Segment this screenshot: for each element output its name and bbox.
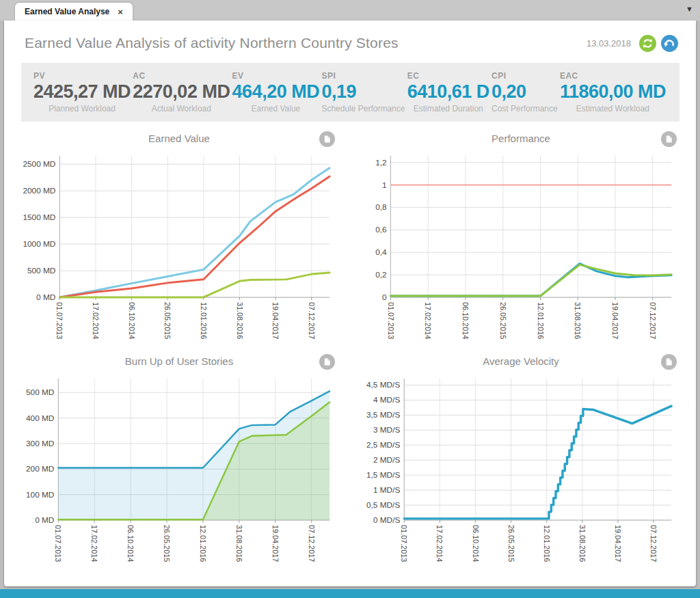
- svg-text:0,4: 0,4: [375, 247, 387, 257]
- dropdown-caret-icon[interactable]: ▼: [686, 5, 693, 13]
- svg-text:400 MD: 400 MD: [26, 413, 54, 423]
- svg-text:1500 MD: 1500 MD: [23, 213, 55, 222]
- svg-text:0,5 MD/S: 0,5 MD/S: [366, 500, 400, 510]
- chart-title: Earned Value: [23, 133, 335, 149]
- svg-text:26.05.2015: 26.05.2015: [507, 525, 515, 562]
- svg-text:01.07.2013: 01.07.2013: [54, 525, 62, 562]
- svg-text:300 MD: 300 MD: [26, 439, 54, 448]
- svg-text:4,5 MD/S: 4,5 MD/S: [366, 380, 400, 390]
- chart-title: Performance: [365, 133, 677, 149]
- svg-text:17.02.2014: 17.02.2014: [435, 525, 444, 562]
- svg-text:0 MD: 0 MD: [36, 293, 55, 302]
- kpi-label: Estimated Workload: [560, 104, 666, 113]
- kpi-value: 464,20 MD: [232, 81, 320, 103]
- kpi-bar: PV 2425,27 MD Planned Workload AC 2270,0…: [21, 63, 679, 122]
- kpi-eac: EAC 11860,00 MD Estimated Workload: [560, 71, 666, 113]
- svg-text:01.07.2013: 01.07.2013: [55, 302, 64, 339]
- report-date: 13.03.2018: [587, 38, 631, 49]
- tab-bar: Earned Value Analyse × ▼: [0, 0, 700, 21]
- svg-text:2 MD/S: 2 MD/S: [373, 455, 401, 465]
- svg-text:0,6: 0,6: [375, 225, 387, 234]
- report-export-icon[interactable]: [661, 354, 677, 370]
- kpi-label: Earned Value: [232, 104, 320, 113]
- kpi-cpi: CPI 0,20 Cost Performance: [492, 71, 558, 113]
- svg-text:26.05.2015: 26.05.2015: [499, 302, 507, 339]
- svg-text:1: 1: [382, 180, 387, 190]
- svg-text:0,8: 0,8: [375, 202, 387, 212]
- svg-text:31.08.2016: 31.08.2016: [235, 525, 243, 562]
- report-export-icon[interactable]: [319, 131, 335, 147]
- svg-text:500 MD: 500 MD: [26, 388, 54, 397]
- svg-text:19.04.2017: 19.04.2017: [611, 302, 619, 339]
- chart-title: Average Velocity: [365, 355, 677, 372]
- svg-text:0: 0: [382, 293, 387, 302]
- undo-icon[interactable]: [661, 35, 678, 52]
- svg-text:26.05.2015: 26.05.2015: [163, 302, 172, 339]
- kpi-value: 6410,61 D: [407, 81, 489, 103]
- kpi-value: 2425,27 MD: [33, 81, 131, 103]
- svg-text:0 MD/S: 0 MD/S: [373, 515, 401, 525]
- kpi-code: EAC: [560, 71, 666, 81]
- svg-text:500 MD: 500 MD: [27, 266, 55, 275]
- kpi-value: 2270,02 MD: [133, 81, 230, 103]
- kpi-code: PV: [33, 71, 131, 81]
- svg-text:07.12.2017: 07.12.2017: [649, 302, 657, 339]
- svg-text:1000 MD: 1000 MD: [23, 239, 55, 249]
- earned-value-plot: 0 MD500 MD1000 MD1500 MD2000 MD2500 MD01…: [23, 149, 335, 349]
- svg-text:2500 MD: 2500 MD: [23, 159, 55, 169]
- svg-text:01.07.2013: 01.07.2013: [400, 525, 408, 562]
- svg-text:19.04.2017: 19.04.2017: [271, 525, 280, 562]
- page-header: Earned Value Analysis of activity Northe…: [4, 21, 696, 60]
- kpi-value: 11860,00 MD: [560, 81, 666, 103]
- kpi-ac: AC 2270,02 MD Actual Workload: [133, 71, 230, 113]
- svg-text:17.02.2014: 17.02.2014: [92, 302, 100, 339]
- svg-text:06.10.2014: 06.10.2014: [128, 302, 136, 339]
- svg-text:2000 MD: 2000 MD: [23, 186, 55, 195]
- svg-text:1,5 MD/S: 1,5 MD/S: [366, 470, 400, 480]
- kpi-code: EV: [232, 71, 320, 81]
- svg-text:100 MD: 100 MD: [26, 490, 54, 500]
- burn-up-plot: 0 MD100 MD200 MD300 MD400 MD500 MD01.07.…: [23, 372, 335, 571]
- svg-text:200 MD: 200 MD: [26, 464, 54, 474]
- refresh-icon[interactable]: [639, 35, 656, 52]
- svg-text:19.04.2017: 19.04.2017: [271, 302, 280, 339]
- svg-text:12.01.2016: 12.01.2016: [200, 302, 208, 339]
- tab-earned-value-analyse[interactable]: Earned Value Analyse ×: [15, 3, 133, 21]
- svg-text:06.10.2014: 06.10.2014: [126, 525, 135, 562]
- chart-burn-up: Burn Up of User Stories 0 MD100 MD200 MD…: [23, 355, 335, 571]
- report-export-icon[interactable]: [661, 131, 677, 147]
- kpi-code: EC: [407, 71, 489, 81]
- svg-text:31.08.2016: 31.08.2016: [574, 302, 582, 339]
- svg-text:19.04.2017: 19.04.2017: [614, 525, 622, 562]
- page-title: Earned Value Analysis of activity Northe…: [25, 35, 399, 51]
- svg-text:0,2: 0,2: [375, 270, 386, 280]
- svg-text:06.10.2014: 06.10.2014: [472, 525, 480, 562]
- kpi-pv: PV 2425,27 MD Planned Workload: [33, 71, 131, 113]
- chart-title: Burn Up of User Stories: [23, 355, 335, 372]
- average-velocity-plot: 0 MD/S0,5 MD/S1 MD/S1,5 MD/S2 MD/S2,5 MD…: [365, 372, 677, 571]
- report-export-icon[interactable]: [319, 354, 335, 370]
- charts-grid: Earned Value 0 MD500 MD1000 MD1500 MD200…: [4, 122, 696, 571]
- svg-text:17.02.2014: 17.02.2014: [90, 525, 98, 562]
- svg-text:12.01.2016: 12.01.2016: [543, 525, 551, 562]
- svg-text:31.08.2016: 31.08.2016: [236, 302, 244, 339]
- kpi-spi: SPI 0,19 Schedule Performance: [321, 71, 405, 113]
- svg-text:01.07.2013: 01.07.2013: [387, 302, 395, 339]
- svg-text:06.10.2014: 06.10.2014: [461, 302, 470, 339]
- dashboard-page: Earned Value Analysis of activity Northe…: [4, 21, 696, 586]
- chart-performance: Performance 00,20,40,60,811,201.07.20131…: [365, 133, 677, 349]
- kpi-label: Estimated Duration: [407, 104, 489, 113]
- footer-bar: [0, 589, 700, 598]
- svg-text:4 MD/S: 4 MD/S: [373, 395, 401, 405]
- svg-text:07.12.2017: 07.12.2017: [649, 525, 658, 562]
- svg-text:07.12.2017: 07.12.2017: [308, 302, 316, 339]
- kpi-code: AC: [133, 71, 230, 81]
- performance-plot: 00,20,40,60,811,201.07.201317.02.201406.…: [365, 149, 677, 349]
- svg-text:3,5 MD/S: 3,5 MD/S: [366, 410, 400, 420]
- svg-text:26.05.2015: 26.05.2015: [163, 525, 171, 562]
- svg-text:2,5 MD/S: 2,5 MD/S: [366, 440, 400, 450]
- svg-text:12.01.2016: 12.01.2016: [199, 525, 207, 562]
- close-icon[interactable]: ×: [118, 7, 123, 17]
- kpi-label: Actual Workload: [133, 104, 230, 113]
- tab-label: Earned Value Analyse: [25, 7, 109, 16]
